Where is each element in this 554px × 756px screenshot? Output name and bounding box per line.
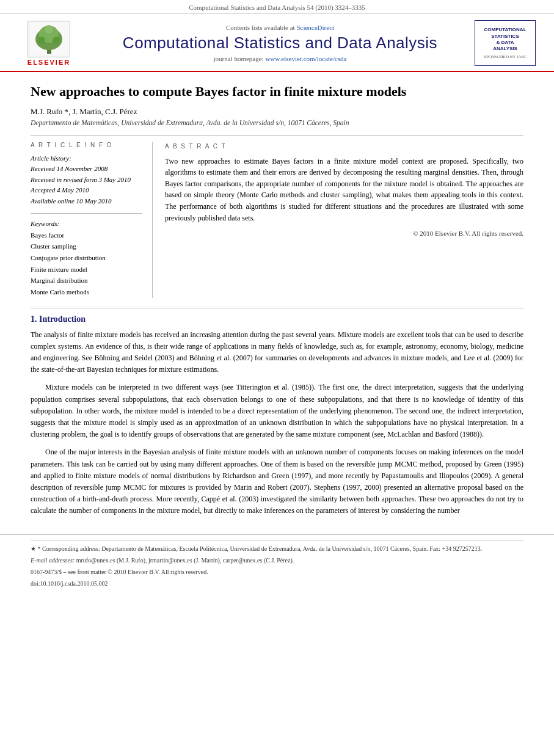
divider-keywords [31,213,142,214]
footer-star-note: ★ * Corresponding address: Departamento … [31,544,523,554]
article-info-title: A R T I C L E I N F O [31,142,142,148]
csda-subtitle: SPONSORED BY IASC [484,54,527,59]
body-paragraph: The analysis of finite mixture models ha… [31,329,523,376]
abstract-text: Two new approaches to estimate Bayes fac… [165,156,523,224]
footer-doi: doi:10.1016/j.csda.2010.05.002 [31,579,523,589]
article-body: New approaches to compute Bayes factor i… [0,72,554,534]
sciencedirect-link[interactable]: ScienceDirect [296,24,334,31]
svg-point-6 [45,25,53,34]
history-received: Received 14 November 2008 [31,164,142,175]
body-paragraph: Mixture models can be interpreted in two… [31,382,523,440]
info-section: A R T I C L E I N F O Article history: R… [31,142,523,298]
contents-available: Contents lists available at ScienceDirec… [86,24,475,31]
copyright: © 2010 Elsevier B.V. All rights reserved… [165,228,523,239]
footer-issn: 0167-9473/$ – see front matter © 2010 El… [31,567,523,577]
csda-logo-area: COMPUTATIONALSTATISTICS& DATAANALYSIS SP… [475,20,542,66]
csda-logo-box: COMPUTATIONALSTATISTICS& DATAANALYSIS SP… [475,20,536,66]
elsevier-logo: ELSEVIER [12,21,86,66]
star-icon: ★ [31,545,36,552]
journal-homepage: journal homepage: www.elsevier.com/locat… [86,55,475,62]
keyword-item: Bayes factor [31,230,142,241]
keyword-item: Conjugate prior distribution [31,252,142,264]
article-affiliation: Departamento de Matemáticas, Universidad… [31,119,523,126]
elsevier-wordmark: ELSEVIER [27,59,70,66]
history-online: Available online 10 May 2010 [31,196,142,207]
svg-point-5 [53,37,60,44]
history-title: Article history: [31,153,142,164]
keyword-item: Monte Carlo methods [31,286,142,298]
divider [31,135,523,136]
keywords-list: Bayes factorCluster samplingConjugate pr… [31,230,142,298]
article-authors: M.J. Rufo *, J. Martín, C.J. Pérez [31,107,523,117]
svg-point-4 [38,37,45,44]
history-accepted: Accepted 4 May 2010 [31,185,142,196]
body-paragraph: One of the major interests in the Bayesi… [31,446,523,517]
keywords-title: Keywords: [31,220,142,227]
divider-intro [31,308,523,308]
intro-heading: 1. Introduction [31,314,523,324]
abstract-col: A B S T R A C T Two new approaches to es… [165,142,523,298]
csda-title: COMPUTATIONALSTATISTICS& DATAANALYSIS [484,27,526,53]
journal-header: ELSEVIER Contents lists available at Sci… [0,14,554,72]
article-history: Article history: Received 14 November 20… [31,153,142,207]
journal-title: Computational Statistics and Data Analys… [86,34,475,53]
abstract-title: A B S T R A C T [165,142,523,151]
journal-url[interactable]: www.elsevier.com/locate/csda [265,55,346,62]
keyword-item: Cluster sampling [31,241,142,252]
top-bar: Computational Statistics and Data Analys… [0,0,554,14]
article-title: New approaches to compute Bayes factor i… [31,83,523,101]
footer-rule [31,540,523,540]
history-revised: Received in revised form 3 May 2010 [31,175,142,186]
article-info-col: A R T I C L E I N F O Article history: R… [31,142,153,298]
body-paragraphs: The analysis of finite mixture models ha… [31,329,523,517]
footer-emails: E-mail addresses: mrufo@unex.es (M.J. Ru… [31,556,523,565]
keyword-item: Marginal distribution [31,275,142,286]
journal-citation: Computational Statistics and Data Analys… [189,4,365,11]
footer: ★ * Corresponding address: Departamento … [0,534,554,595]
keyword-item: Finite mixture model [31,264,142,275]
elsevier-tree-icon [27,21,70,57]
journal-header-center: Contents lists available at ScienceDirec… [86,24,475,62]
page-wrapper: Computational Statistics and Data Analys… [0,0,554,756]
